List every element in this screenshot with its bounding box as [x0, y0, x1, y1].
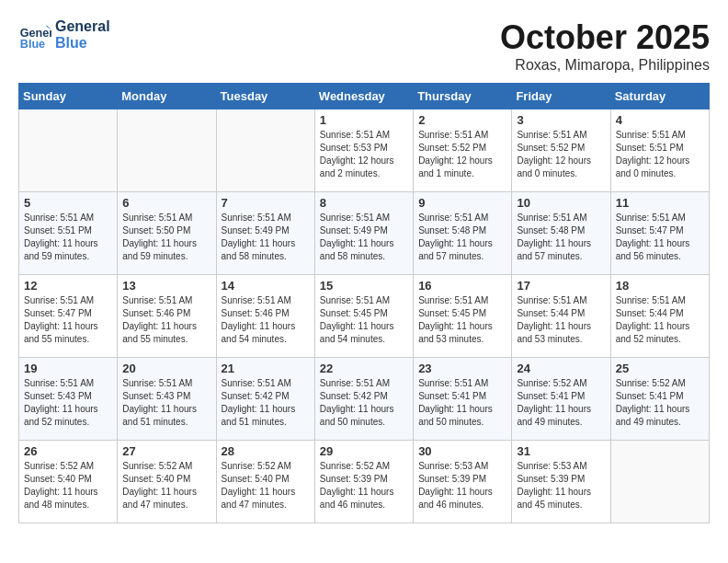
day-info: Sunrise: 5:51 AM Sunset: 5:48 PM Dayligh… [517, 212, 605, 263]
calendar-cell: 4Sunrise: 5:51 AM Sunset: 5:51 PM Daylig… [610, 109, 709, 192]
calendar-cell: 5Sunrise: 5:51 AM Sunset: 5:51 PM Daylig… [19, 192, 118, 275]
day-info: Sunrise: 5:51 AM Sunset: 5:51 PM Dayligh… [616, 129, 704, 180]
logo: General Blue General Blue [18, 18, 110, 52]
weekday-header: Tuesday [216, 84, 314, 109]
calendar-cell: 9Sunrise: 5:51 AM Sunset: 5:48 PM Daylig… [414, 192, 512, 275]
day-info: Sunrise: 5:51 AM Sunset: 5:52 PM Dayligh… [517, 129, 605, 180]
day-number: 16 [418, 279, 506, 293]
day-info: Sunrise: 5:51 AM Sunset: 5:46 PM Dayligh… [122, 294, 210, 346]
title-block: October 2025 Roxas, Mimaropa, Philippine… [500, 18, 710, 74]
day-number: 29 [320, 444, 408, 458]
day-number: 27 [122, 444, 210, 458]
calendar-week-row: 1Sunrise: 5:51 AM Sunset: 5:53 PM Daylig… [19, 109, 710, 192]
calendar-cell: 2Sunrise: 5:51 AM Sunset: 5:52 PM Daylig… [414, 109, 512, 192]
day-info: Sunrise: 5:51 AM Sunset: 5:50 PM Dayligh… [122, 212, 210, 263]
weekday-header: Saturday [610, 84, 709, 109]
calendar-cell: 15Sunrise: 5:51 AM Sunset: 5:45 PM Dayli… [314, 275, 413, 358]
calendar-cell: 30Sunrise: 5:53 AM Sunset: 5:39 PM Dayli… [414, 441, 512, 523]
weekday-header-row: SundayMondayTuesdayWednesdayThursdayFrid… [19, 84, 710, 109]
day-number: 17 [517, 279, 605, 293]
day-info: Sunrise: 5:51 AM Sunset: 5:48 PM Dayligh… [418, 212, 506, 263]
calendar-cell: 1Sunrise: 5:51 AM Sunset: 5:53 PM Daylig… [314, 109, 413, 192]
logo-icon: General Blue [18, 18, 51, 52]
calendar-cell: 31Sunrise: 5:53 AM Sunset: 5:39 PM Dayli… [512, 441, 610, 523]
svg-text:Blue: Blue [20, 38, 45, 51]
weekday-header: Thursday [414, 84, 512, 109]
calendar-cell: 10Sunrise: 5:51 AM Sunset: 5:48 PM Dayli… [512, 192, 610, 275]
calendar-cell: 29Sunrise: 5:52 AM Sunset: 5:39 PM Dayli… [314, 441, 413, 523]
location: Roxas, Mimaropa, Philippines [500, 57, 710, 74]
day-info: Sunrise: 5:53 AM Sunset: 5:39 PM Dayligh… [418, 460, 506, 511]
calendar-cell: 19Sunrise: 5:51 AM Sunset: 5:43 PM Dayli… [19, 358, 118, 441]
day-info: Sunrise: 5:51 AM Sunset: 5:53 PM Dayligh… [320, 129, 408, 180]
calendar-cell: 18Sunrise: 5:51 AM Sunset: 5:44 PM Dayli… [610, 275, 709, 358]
day-info: Sunrise: 5:52 AM Sunset: 5:40 PM Dayligh… [222, 460, 310, 511]
calendar-cell: 8Sunrise: 5:51 AM Sunset: 5:49 PM Daylig… [314, 192, 413, 275]
calendar-week-row: 5Sunrise: 5:51 AM Sunset: 5:51 PM Daylig… [19, 192, 710, 275]
calendar-cell: 27Sunrise: 5:52 AM Sunset: 5:40 PM Dayli… [118, 441, 216, 523]
calendar-week-row: 12Sunrise: 5:51 AM Sunset: 5:47 PM Dayli… [19, 275, 710, 358]
day-info: Sunrise: 5:51 AM Sunset: 5:52 PM Dayligh… [418, 129, 506, 180]
day-info: Sunrise: 5:52 AM Sunset: 5:41 PM Dayligh… [616, 377, 704, 429]
day-info: Sunrise: 5:51 AM Sunset: 5:45 PM Dayligh… [418, 294, 506, 346]
weekday-header: Monday [118, 84, 216, 109]
day-info: Sunrise: 5:51 AM Sunset: 5:43 PM Dayligh… [24, 377, 112, 429]
weekday-header: Wednesday [314, 84, 413, 109]
calendar-week-row: 26Sunrise: 5:52 AM Sunset: 5:40 PM Dayli… [19, 441, 710, 523]
calendar-cell [118, 109, 216, 192]
day-number: 6 [122, 196, 210, 210]
day-number: 11 [616, 196, 704, 210]
day-number: 4 [616, 113, 704, 127]
calendar-cell: 26Sunrise: 5:52 AM Sunset: 5:40 PM Dayli… [19, 441, 118, 523]
calendar-cell: 3Sunrise: 5:51 AM Sunset: 5:52 PM Daylig… [512, 109, 610, 192]
calendar-week-row: 19Sunrise: 5:51 AM Sunset: 5:43 PM Dayli… [19, 358, 710, 441]
day-number: 26 [24, 444, 112, 458]
day-info: Sunrise: 5:51 AM Sunset: 5:42 PM Dayligh… [222, 377, 310, 429]
day-info: Sunrise: 5:51 AM Sunset: 5:42 PM Dayligh… [320, 377, 408, 429]
day-number: 28 [222, 444, 310, 458]
logo-blue: Blue [55, 35, 110, 52]
calendar-cell: 11Sunrise: 5:51 AM Sunset: 5:47 PM Dayli… [610, 192, 709, 275]
day-info: Sunrise: 5:51 AM Sunset: 5:44 PM Dayligh… [616, 294, 704, 346]
day-info: Sunrise: 5:51 AM Sunset: 5:49 PM Dayligh… [222, 212, 310, 263]
calendar-cell: 21Sunrise: 5:51 AM Sunset: 5:42 PM Dayli… [216, 358, 314, 441]
day-number: 15 [320, 279, 408, 293]
calendar-cell [19, 109, 118, 192]
calendar-cell [216, 109, 314, 192]
day-info: Sunrise: 5:51 AM Sunset: 5:47 PM Dayligh… [24, 294, 112, 346]
month-title: October 2025 [500, 18, 710, 57]
day-number: 3 [517, 113, 605, 127]
day-number: 5 [24, 196, 112, 210]
day-number: 21 [222, 362, 310, 375]
day-number: 13 [122, 279, 210, 293]
day-number: 19 [24, 362, 112, 375]
day-info: Sunrise: 5:52 AM Sunset: 5:39 PM Dayligh… [320, 460, 408, 511]
day-number: 12 [24, 279, 112, 293]
day-info: Sunrise: 5:52 AM Sunset: 5:40 PM Dayligh… [122, 460, 210, 511]
calendar-table: SundayMondayTuesdayWednesdayThursdayFrid… [18, 83, 710, 523]
calendar-cell: 24Sunrise: 5:52 AM Sunset: 5:41 PM Dayli… [512, 358, 610, 441]
day-number: 10 [517, 196, 605, 210]
calendar-cell [610, 441, 709, 523]
day-info: Sunrise: 5:51 AM Sunset: 5:46 PM Dayligh… [222, 294, 310, 346]
weekday-header: Sunday [19, 84, 118, 109]
day-number: 22 [320, 362, 408, 375]
day-number: 20 [122, 362, 210, 375]
calendar-cell: 6Sunrise: 5:51 AM Sunset: 5:50 PM Daylig… [118, 192, 216, 275]
calendar-cell: 22Sunrise: 5:51 AM Sunset: 5:42 PM Dayli… [314, 358, 413, 441]
day-info: Sunrise: 5:52 AM Sunset: 5:40 PM Dayligh… [24, 460, 112, 511]
page-header: General Blue General Blue October 2025 R… [18, 18, 710, 74]
logo-general: General [55, 18, 110, 35]
day-number: 24 [517, 362, 605, 375]
day-number: 8 [320, 196, 408, 210]
day-info: Sunrise: 5:51 AM Sunset: 5:41 PM Dayligh… [418, 377, 506, 429]
calendar-cell: 25Sunrise: 5:52 AM Sunset: 5:41 PM Dayli… [610, 358, 709, 441]
calendar-cell: 16Sunrise: 5:51 AM Sunset: 5:45 PM Dayli… [414, 275, 512, 358]
day-info: Sunrise: 5:51 AM Sunset: 5:43 PM Dayligh… [122, 377, 210, 429]
calendar-cell: 14Sunrise: 5:51 AM Sunset: 5:46 PM Dayli… [216, 275, 314, 358]
calendar-cell: 20Sunrise: 5:51 AM Sunset: 5:43 PM Dayli… [118, 358, 216, 441]
day-number: 25 [616, 362, 704, 375]
day-number: 30 [418, 444, 506, 458]
day-number: 2 [418, 113, 506, 127]
day-number: 23 [418, 362, 506, 375]
